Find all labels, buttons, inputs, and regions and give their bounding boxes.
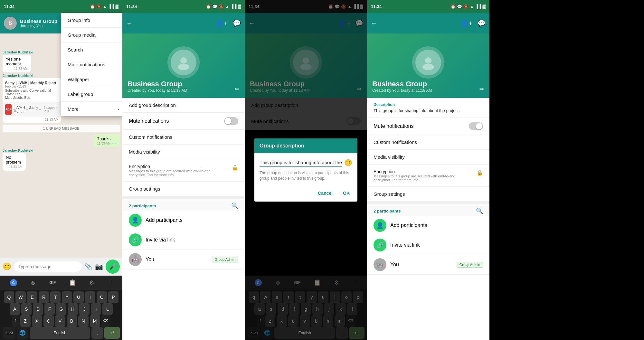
key-i[interactable]: I xyxy=(85,291,95,303)
key-k[interactable]: K xyxy=(91,303,101,315)
clipboard-icon[interactable]: 📋 xyxy=(69,279,76,286)
encryption-row-4[interactable]: Encryption Messages to this group are se… xyxy=(367,165,489,187)
dnd-icon: 🔕 xyxy=(96,4,101,9)
key-f[interactable]: F xyxy=(44,303,55,315)
menu-item-more[interactable]: More › xyxy=(61,102,122,116)
emoji-key-icon[interactable]: ☺ xyxy=(30,279,36,286)
key-g[interactable]: G xyxy=(56,303,66,315)
key-o[interactable]: O xyxy=(97,291,107,303)
key-enter[interactable]: ↵ xyxy=(104,327,120,339)
key-dot[interactable]: . xyxy=(91,327,103,339)
key-p[interactable]: P xyxy=(108,291,118,303)
group-avatar-inner-4 xyxy=(415,50,441,75)
dots-icon[interactable]: ··· xyxy=(108,279,112,286)
key-w[interactable]: W xyxy=(15,291,26,303)
edit-group-icon[interactable]: ✏ xyxy=(235,86,240,93)
edit-icon-4[interactable]: ✏ xyxy=(479,86,484,93)
mic-button[interactable]: 🎤 xyxy=(106,260,120,274)
key-n[interactable]: N xyxy=(78,315,89,327)
kb-row-2: A S D F G H J K L xyxy=(1,303,121,315)
lock-icon: 🔒 xyxy=(232,165,238,171)
search-participants-icon-4[interactable]: 🔍 xyxy=(476,207,483,214)
add-participants-row-4[interactable]: 👤 Add participants xyxy=(367,216,489,235)
alarm-icon-2: ⏰ xyxy=(206,4,211,9)
menu-item-groupinfo[interactable]: Group info xyxy=(61,13,122,27)
attach-icon[interactable]: 📎 xyxy=(84,263,92,270)
google-icon[interactable]: G xyxy=(10,279,17,286)
media-visibility-item[interactable]: Media visibility xyxy=(122,145,245,159)
cancel-button[interactable]: Cancel xyxy=(315,189,335,198)
invite-link-row[interactable]: 🔗 Invite via link xyxy=(122,230,245,250)
message-input[interactable] xyxy=(14,261,82,272)
key-shift[interactable]: ⇧ xyxy=(12,315,19,327)
key-x[interactable]: X xyxy=(32,315,42,327)
key-backspace[interactable]: ⌫ xyxy=(101,315,110,327)
key-123[interactable]: ?123 xyxy=(3,327,15,339)
mute-toggle-row-4[interactable]: Mute notifications xyxy=(367,118,489,135)
input-bar: 🙂 📎 📷 🎤 xyxy=(0,258,122,276)
key-y[interactable]: Y xyxy=(62,291,72,303)
arrow-icon: › xyxy=(118,106,119,112)
mute-toggle[interactable] xyxy=(224,117,238,125)
key-u[interactable]: U xyxy=(73,291,84,303)
back-button-4[interactable]: ← xyxy=(371,20,377,27)
add-participants-row[interactable]: 👤 Add participants xyxy=(122,211,245,230)
custom-notif-item[interactable]: Custom notifications xyxy=(122,130,245,145)
alarm-icon-4: ⏰ xyxy=(450,4,456,9)
custom-notif-4[interactable]: Custom notifications xyxy=(367,135,489,150)
description-dialog: Group description 🙂 The group descriptio… xyxy=(254,138,357,202)
key-q[interactable]: Q xyxy=(4,291,14,303)
key-m[interactable]: M xyxy=(90,315,100,327)
search-participants-icon[interactable]: 🔍 xyxy=(231,202,238,209)
key-t[interactable]: T xyxy=(50,291,61,303)
mute-toggle-4[interactable] xyxy=(469,122,483,130)
new-chat-icon-4[interactable]: 💬 xyxy=(478,19,486,27)
media-visibility-4[interactable]: Media visibility xyxy=(367,150,489,165)
encryption-row[interactable]: Encryption Messages to this group are se… xyxy=(122,159,245,182)
description-input[interactable] xyxy=(260,158,342,167)
back-button[interactable]: ← xyxy=(126,20,133,27)
menu-item-groupmedia[interactable]: Group media xyxy=(61,28,122,42)
key-v[interactable]: V xyxy=(55,315,65,327)
key-s[interactable]: S xyxy=(21,303,32,315)
new-chat-icon[interactable]: 💬 xyxy=(233,19,241,27)
key-e[interactable]: E xyxy=(27,291,37,303)
group-info-content: Add group description Mute notifications… xyxy=(122,98,245,340)
add-participant-icon[interactable]: 👤+ xyxy=(216,19,228,27)
key-a[interactable]: A xyxy=(10,303,20,315)
key-j[interactable]: J xyxy=(79,303,90,315)
ok-button[interactable]: OK xyxy=(340,189,352,198)
key-d[interactable]: D xyxy=(33,303,43,315)
menu-item-search[interactable]: Search xyxy=(61,42,122,57)
header-actions-4: 👤+ 💬 xyxy=(460,19,486,27)
group-avatar-inner xyxy=(171,50,196,75)
key-l[interactable]: L xyxy=(102,303,113,315)
camera-icon[interactable]: 📷 xyxy=(95,263,103,270)
add-participant-icon-4[interactable]: 👤+ xyxy=(460,19,472,27)
enc-text: Encryption Messages to this group are se… xyxy=(129,164,229,177)
key-b[interactable]: B xyxy=(67,315,77,327)
mute-toggle-row[interactable]: Mute notifications xyxy=(122,113,245,130)
admin-badge: Group Admin xyxy=(212,257,238,262)
key-c[interactable]: C xyxy=(43,315,54,327)
emoji-desc-icon[interactable]: 🙂 xyxy=(344,159,352,166)
dnd-icon-4: 🔕 xyxy=(463,4,469,9)
menu-item-mute[interactable]: Mute notifications xyxy=(61,57,122,72)
menu-item-label[interactable]: Label group xyxy=(61,87,122,101)
group-settings-item[interactable]: Group settings xyxy=(122,182,245,196)
menu-item-wallpaper[interactable]: Wallpaper xyxy=(61,72,122,87)
add-description-item[interactable]: Add group description xyxy=(122,98,245,113)
emoji-icon[interactable]: 🙂 xyxy=(3,262,11,271)
gif-key[interactable]: GIF xyxy=(49,280,56,285)
settings-icon[interactable]: ⚙ xyxy=(89,279,94,286)
key-h[interactable]: H xyxy=(68,303,78,315)
msg-text-2: No problem xyxy=(6,155,21,165)
invite-link-row-4[interactable]: 🔗 Invite via link xyxy=(367,235,489,255)
key-space[interactable]: English xyxy=(30,327,90,339)
key-r[interactable]: R xyxy=(39,291,49,303)
key-globe[interactable]: 🌐 xyxy=(17,327,28,339)
dialog-body: 🙂 The group description is visible to pa… xyxy=(254,153,357,186)
description-row[interactable]: Description This group is for sharing in… xyxy=(367,98,489,118)
key-z[interactable]: Z xyxy=(20,315,31,327)
group-settings-4[interactable]: Group settings xyxy=(367,187,489,202)
